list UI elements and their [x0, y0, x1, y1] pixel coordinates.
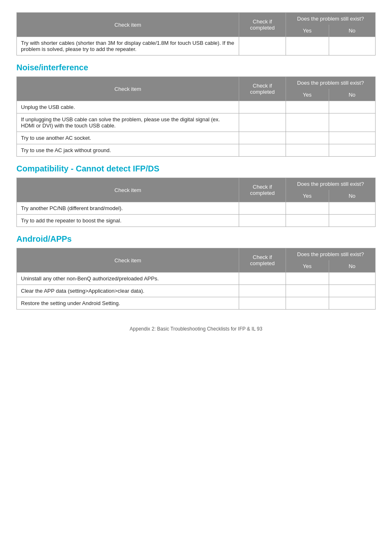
table-header-row: Check item Check if completed Does the p…: [17, 77, 376, 89]
col-no: No: [329, 190, 376, 202]
no-cell: [329, 37, 376, 56]
check-completed-cell: [239, 144, 286, 157]
yes-cell: [286, 101, 329, 113]
col-yes: Yes: [286, 89, 329, 101]
table-row: Restore the setting under Android Settin…: [17, 297, 376, 310]
yes-cell: [286, 202, 329, 215]
footer: Appendix 2: Basic Troubleshooting Checkl…: [16, 326, 376, 332]
check-item-text: Try to use the AC jack without ground.: [17, 144, 239, 157]
table-header-row: Check item Check if completed Does the p…: [17, 13, 376, 25]
section-noise-interference: Noise/interference Check item Check if c…: [16, 63, 376, 157]
col-check-item: Check item: [17, 178, 239, 202]
table-row: Try to add the repeater to boost the sig…: [17, 215, 376, 227]
col-yes: Yes: [286, 260, 329, 273]
check-completed-cell: [239, 273, 286, 285]
table-row: If unplugging the USB cable can solve th…: [17, 113, 376, 132]
table-0: Check item Check if completed Does the p…: [16, 12, 376, 56]
section-compatibility: Compatibility - Cannot detect IFP/DS Che…: [16, 164, 376, 227]
check-item-text: Try another PC/NB (different brand/model…: [17, 202, 239, 215]
table-row: Try to use the AC jack without ground.: [17, 144, 376, 157]
no-cell: [329, 144, 376, 157]
yes-cell: [286, 113, 329, 132]
yes-cell: [286, 273, 329, 285]
col-check-item: Check item: [17, 13, 239, 37]
col-check-completed: Check if completed: [239, 178, 286, 202]
col-check-item: Check item: [17, 248, 239, 273]
table-row: Try to use another AC socket.: [17, 132, 376, 144]
no-cell: [329, 273, 376, 285]
yes-cell: [286, 285, 329, 297]
col-no: No: [329, 260, 376, 273]
check-item-text: Unplug the USB cable.: [17, 101, 239, 113]
check-completed-cell: [239, 37, 286, 56]
table-row: Uninstall any other non-BenQ authorized/…: [17, 273, 376, 285]
table-2: Check item Check if completed Does the p…: [16, 178, 376, 227]
section-android-apps: Android/APPs Check item Check if complet…: [16, 234, 376, 310]
check-item-text: If unplugging the USB cable can solve th…: [17, 113, 239, 132]
check-completed-cell: [239, 297, 286, 310]
check-completed-cell: [239, 113, 286, 132]
check-item-text: Uninstall any other non-BenQ authorized/…: [17, 273, 239, 285]
table-1: Check item Check if completed Does the p…: [16, 76, 376, 157]
no-cell: [329, 132, 376, 144]
check-completed-cell: [239, 101, 286, 113]
check-completed-cell: [239, 215, 286, 227]
col-no: No: [329, 25, 376, 37]
check-item-text: Try with shorter cables (shorter than 3M…: [17, 37, 239, 56]
yes-cell: [286, 132, 329, 144]
col-problem-still: Does the problem still exist?: [286, 178, 375, 190]
check-item-text: Try to use another AC socket.: [17, 132, 239, 144]
col-check-completed: Check if completed: [239, 13, 286, 37]
col-yes: Yes: [286, 25, 329, 37]
check-completed-cell: [239, 202, 286, 215]
yes-cell: [286, 297, 329, 310]
col-problem-still: Does the problem still exist?: [286, 13, 375, 25]
table-row: Try another PC/NB (different brand/model…: [17, 202, 376, 215]
table-row: Unplug the USB cable.: [17, 101, 376, 113]
col-problem-still: Does the problem still exist?: [286, 248, 375, 261]
partial-table-wrapper: Check item Check if completed Does the p…: [16, 12, 376, 56]
section-title-2: Compatibility - Cannot detect IFP/DS: [16, 164, 376, 173]
section-title-1: Noise/interference: [16, 63, 376, 72]
col-check-completed: Check if completed: [239, 77, 286, 101]
no-cell: [329, 297, 376, 310]
no-cell: [329, 202, 376, 215]
table-header-row: Check item Check if completed Does the p…: [17, 248, 376, 261]
table-row: Try with shorter cables (shorter than 3M…: [17, 37, 376, 56]
no-cell: [329, 215, 376, 227]
yes-cell: [286, 37, 329, 56]
check-completed-cell: [239, 285, 286, 297]
table-row: Clear the APP data (setting>Application>…: [17, 285, 376, 297]
col-problem-still: Does the problem still exist?: [286, 77, 375, 89]
col-no: No: [329, 89, 376, 101]
section-title-3: Android/APPs: [16, 234, 376, 244]
col-check-completed: Check if completed: [239, 248, 286, 273]
yes-cell: [286, 144, 329, 157]
col-yes: Yes: [286, 190, 329, 202]
yes-cell: [286, 215, 329, 227]
no-cell: [329, 113, 376, 132]
check-item-text: Clear the APP data (setting>Application>…: [17, 285, 239, 297]
no-cell: [329, 101, 376, 113]
check-item-text: Try to add the repeater to boost the sig…: [17, 215, 239, 227]
table-header-row: Check item Check if completed Does the p…: [17, 178, 376, 190]
table-3: Check item Check if completed Does the p…: [16, 248, 376, 310]
col-check-item: Check item: [17, 77, 239, 101]
check-completed-cell: [239, 132, 286, 144]
no-cell: [329, 285, 376, 297]
check-item-text: Restore the setting under Android Settin…: [17, 297, 239, 310]
